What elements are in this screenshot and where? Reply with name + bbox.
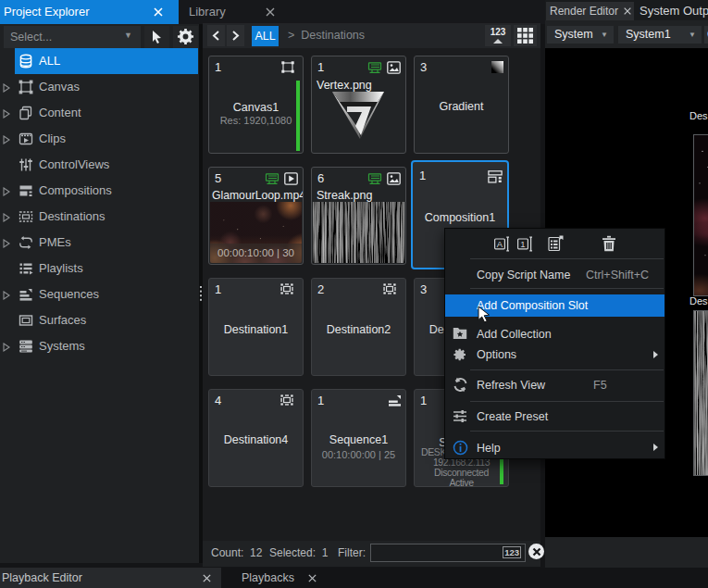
svg-text:A: A xyxy=(497,239,503,249)
svg-text:1: 1 xyxy=(520,239,525,249)
